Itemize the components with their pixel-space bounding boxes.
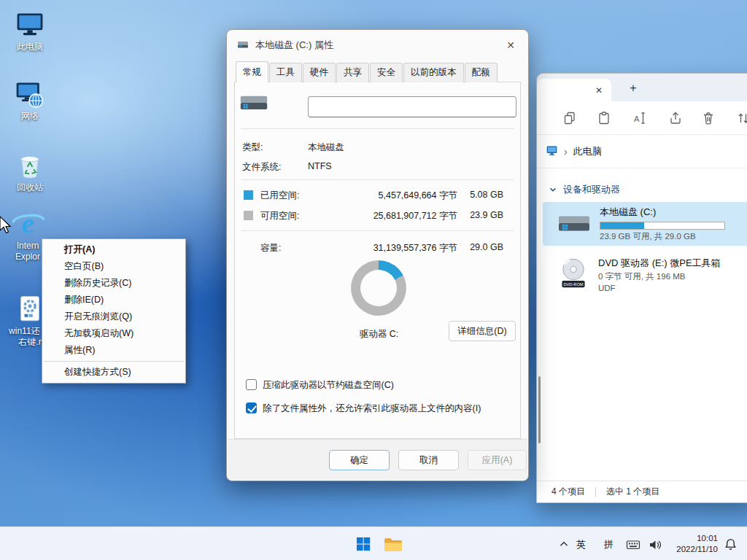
dialog-title: 本地磁盘 (C:) 属性 <box>255 39 498 52</box>
ime-language-indicator[interactable]: 英 <box>576 538 586 551</box>
drive-usage-fill <box>600 222 644 229</box>
chevron-down-icon <box>549 185 557 194</box>
tab-quota[interactable]: 配额 <box>465 63 498 82</box>
menu-item-delete-ie[interactable]: 删除IE(D) <box>42 292 185 308</box>
used-space-size: 5.08 GB <box>470 190 503 200</box>
tab-hardware[interactable]: 硬件 <box>303 63 336 82</box>
used-space-label: 已用空间: <box>260 190 299 202</box>
keyboard-icon[interactable] <box>626 537 640 552</box>
menu-item-inprivate[interactable]: 开启无痕浏览(Q) <box>42 308 185 325</box>
tab-tools[interactable]: 工具 <box>269 63 302 82</box>
drive-usage-bar <box>600 222 725 230</box>
drive-caption: 驱动器 C: <box>308 328 450 341</box>
menu-item-no-addons[interactable]: 无加载项启动(W) <box>42 325 185 342</box>
chevron-up-icon[interactable] <box>557 537 572 552</box>
breadcrumb[interactable]: 此电脑 <box>573 145 602 158</box>
status-selected-count: 选中 1 个项目 <box>606 486 659 498</box>
ok-button[interactable]: 确定 <box>329 450 390 470</box>
explorer-active-tab[interactable]: ✕ <box>537 79 611 101</box>
explorer-command-bar: A <box>537 101 747 135</box>
type-label: 类型: <box>242 141 263 154</box>
section-devices-and-drives[interactable]: 设备和驱动器 <box>549 183 620 196</box>
apply-button[interactable]: 应用(A) <box>468 450 527 470</box>
close-tab-icon[interactable]: ✕ <box>591 82 607 98</box>
desktop-icon-label: 回收站 <box>17 182 43 193</box>
reg-file-icon <box>15 292 44 325</box>
type-value: 本地磁盘 <box>308 141 344 154</box>
volume-icon[interactable] <box>648 537 662 552</box>
tab-general[interactable]: 常规 <box>236 61 268 82</box>
menu-item-blank-page[interactable]: 空白页(B) <box>42 258 185 275</box>
desktop-icon-this-pc[interactable]: 此电脑 <box>4 7 55 52</box>
internet-explorer-icon: e <box>10 206 45 240</box>
svg-text:e: e <box>22 208 34 238</box>
tab-security[interactable]: 安全 <box>370 63 403 82</box>
disk-properties-dialog: 本地磁盘 (C:) 属性 ✕ 常规 工具 硬件 共享 安全 以前的版本 配额 类… <box>226 29 529 481</box>
rename-icon[interactable]: A <box>632 111 646 125</box>
location-icon <box>546 144 558 159</box>
drive-info: 0 字节 可用, 共 196 MB <box>598 271 721 282</box>
tab-previous-versions[interactable]: 以前的版本 <box>403 63 464 82</box>
capacity-label: 容量: <box>260 242 281 254</box>
cancel-button[interactable]: 取消 <box>398 450 459 470</box>
free-space-size: 23.9 GB <box>470 210 503 220</box>
scrollbar-thumb[interactable] <box>538 376 541 443</box>
svg-text:A: A <box>634 114 640 123</box>
svg-text:DVD-ROM: DVD-ROM <box>563 282 583 287</box>
compress-checkbox[interactable]: 压缩此驱动器以节约磁盘空间(C) <box>246 379 394 392</box>
details-button[interactable]: 详细信息(D) <box>449 321 516 341</box>
dvd-drive-icon: DVD-ROM <box>557 256 589 292</box>
free-space-bytes: 25,681,907,712 字节 <box>374 210 457 222</box>
explorer-status-bar: 4 个项目 选中 1 个项目 <box>537 481 747 502</box>
local-disk-icon <box>557 207 591 241</box>
notification-bell-icon[interactable] <box>724 537 738 552</box>
checkbox-box[interactable] <box>246 402 257 413</box>
windows-logo-icon <box>355 535 372 553</box>
drive-small-icon <box>237 39 249 52</box>
file-explorer-window: ✕ + A › 此电脑 设备和驱动器 <box>536 73 747 503</box>
dialog-tab-bar: 常规 工具 硬件 共享 安全 以前的版本 配额 <box>236 63 498 82</box>
clock[interactable]: 10:01 2022/11/10 <box>670 533 718 555</box>
drive-item-dvd[interactable]: DVD-ROM DVD 驱动器 (E:) 微PE工具箱 0 字节 可用, 共 1… <box>543 252 747 297</box>
copy-icon[interactable] <box>562 111 577 125</box>
menu-item-delete-history[interactable]: 删除历史记录(C) <box>42 275 185 292</box>
this-pc-icon <box>14 7 46 41</box>
share-icon[interactable] <box>668 111 683 125</box>
tray-date: 2022/11/10 <box>670 544 718 555</box>
desktop-icon-label: 网络 <box>21 111 39 122</box>
menu-item-properties[interactable]: 属性(R) <box>42 342 185 359</box>
delete-icon[interactable] <box>701 111 716 125</box>
dialog-title-bar[interactable]: 本地磁盘 (C:) 属性 ✕ <box>227 30 528 61</box>
menu-separator <box>44 361 184 362</box>
menu-item-open[interactable]: 打开(A) <box>42 241 185 258</box>
volume-label-input[interactable] <box>308 96 516 117</box>
file-explorer-taskbar-button[interactable] <box>378 529 407 559</box>
free-space-label: 可用空间: <box>260 210 299 222</box>
mouse-cursor <box>0 216 12 238</box>
desktop-icon-network[interactable]: 网络 <box>4 77 55 122</box>
checkbox-box[interactable] <box>246 379 257 390</box>
dialog-footer: 确定 取消 应用(A) <box>228 439 527 480</box>
paste-icon[interactable] <box>597 111 611 125</box>
capacity-donut <box>351 260 406 316</box>
used-legend-square <box>244 190 253 200</box>
close-icon[interactable]: ✕ <box>498 34 524 56</box>
drive-name: 本地磁盘 (C:) <box>600 206 725 219</box>
desktop-icon-recycle-bin[interactable]: 回收站 <box>4 148 55 193</box>
sort-icon[interactable] <box>736 111 747 125</box>
ie-context-menu: 打开(A) 空白页(B) 删除历史记录(C) 删除IE(D) 开启无痕浏览(Q)… <box>42 238 186 384</box>
ime-mode-indicator[interactable]: 拼 <box>604 538 614 551</box>
address-bar[interactable]: › 此电脑 <box>537 135 747 168</box>
capacity-bytes: 31,139,557,376 字节 <box>374 242 457 254</box>
tab-sharing[interactable]: 共享 <box>336 63 369 82</box>
index-checkbox[interactable]: 除了文件属性外，还允许索引此驱动器上文件的内容(I) <box>246 402 481 415</box>
menu-item-create-shortcut[interactable]: 创建快捷方式(S) <box>42 364 185 381</box>
drive-item-c[interactable]: 本地磁盘 (C:) 23.9 GB 可用, 共 29.0 GB <box>543 202 747 246</box>
status-item-count: 4 个项目 <box>551 486 585 498</box>
new-tab-button[interactable]: + <box>624 79 642 97</box>
separator <box>241 230 514 231</box>
drive-name: DVD 驱动器 (E:) 微PE工具箱 <box>598 257 721 270</box>
start-button[interactable] <box>349 529 378 559</box>
used-space-bytes: 5,457,649,664 字节 <box>379 190 457 202</box>
breadcrumb-chevron-icon: › <box>564 146 568 158</box>
